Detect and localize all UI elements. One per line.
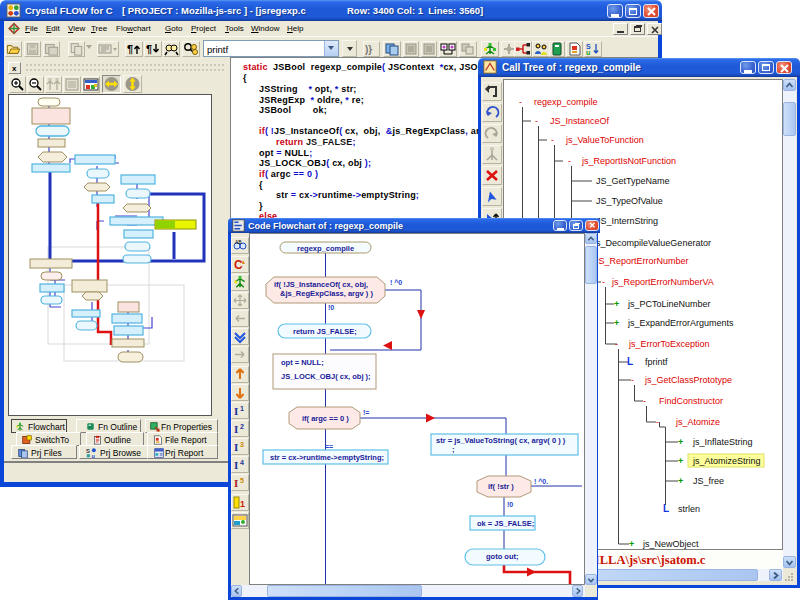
svg-text:regexp_compile: regexp_compile	[297, 244, 354, 253]
svg-text:5: 5	[240, 477, 244, 484]
svg-text:js_InflateString: js_InflateString	[692, 437, 753, 447]
svg-text:return JS_FALSE;: return JS_FALSE;	[293, 327, 357, 336]
svg-text:ok = JS_FALSE;: ok = JS_FALSE;	[477, 519, 534, 528]
svg-text:L: L	[663, 503, 669, 514]
svg-text:;: ;	[452, 445, 455, 454]
svg-text:JS_ReportErrorNumber: JS_ReportErrorNumber	[594, 256, 689, 266]
svg-text:I: I	[234, 459, 238, 471]
svg-text:-: -	[643, 396, 646, 406]
svg-text:!0: !0	[507, 501, 513, 508]
svg-text:!0: !0	[328, 304, 334, 311]
svg-text:I: I	[234, 441, 238, 453]
svg-text:I: I	[234, 423, 238, 435]
svg-text:I: I	[234, 477, 238, 489]
svg-text:-: -	[535, 116, 538, 126]
svg-text:str = js_ValueToString( cx, ar: str = js_ValueToString( cx, argv( 0 ) )	[436, 436, 566, 445]
svg-text:js_AtomizeString: js_AtomizeString	[692, 456, 761, 466]
svg-text:+: +	[629, 539, 634, 549]
svg-text:strlen: strlen	[678, 504, 700, 514]
svg-text:js_NewObject: js_NewObject	[642, 539, 699, 549]
svg-text:!=: !=	[363, 409, 369, 416]
svg-text:-: -	[602, 277, 605, 287]
svg-text:js_ExpandErrorArguments: js_ExpandErrorArguments	[627, 318, 734, 328]
svg-text:3: 3	[240, 441, 244, 448]
svg-text:regexp_compile: regexp_compile	[534, 97, 598, 107]
svg-text:! ^0.: ! ^0.	[534, 478, 548, 485]
svg-text:js_ReportIsNotFunction: js_ReportIsNotFunction	[581, 156, 676, 166]
svg-text:u: u	[92, 453, 95, 459]
svg-text:¶: ¶	[146, 43, 152, 55]
svg-text:js_PCToLineNumber: js_PCToLineNumber	[627, 299, 711, 309]
svg-text:AB: AB	[235, 239, 242, 245]
svg-text:js_ValueToFunction: js_ValueToFunction	[565, 135, 644, 145]
svg-text:JS_InstanceOf: JS_InstanceOf	[550, 116, 610, 126]
svg-text:js_GetClassPrototype: js_GetClassPrototype	[644, 375, 732, 385]
svg-text:+: +	[614, 299, 619, 309]
svg-text:goto out;: goto out;	[486, 552, 518, 561]
svg-text:JS_free: JS_free	[693, 476, 724, 486]
svg-text:JS_GetTypeName: JS_GetTypeName	[596, 176, 670, 186]
svg-text:-: -	[568, 156, 571, 166]
svg-text:L: L	[627, 356, 633, 367]
svg-text:-: -	[656, 417, 659, 427]
svg-text:C: C	[234, 258, 243, 272]
svg-text:-: -	[551, 135, 554, 145]
svg-text:+: +	[678, 456, 683, 466]
svg-text:js_DecompileValueGenerator: js_DecompileValueGenerator	[593, 238, 711, 248]
svg-text:fprintf: fprintf	[645, 357, 668, 367]
svg-text:FindConstructor: FindConstructor	[659, 396, 723, 406]
svg-text:4: 4	[240, 459, 244, 466]
svg-text:JS_LOCK_OBJ( cx, obj );: JS_LOCK_OBJ( cx, obj );	[281, 372, 371, 381]
svg-text:1: 1	[240, 499, 245, 509]
svg-text:if( argc == 0 ): if( argc == 0 )	[302, 414, 349, 423]
svg-text:js_Atomize: js_Atomize	[675, 417, 720, 427]
svg-text:opt = NULL;: opt = NULL;	[281, 358, 324, 367]
svg-text:if( !str ): if( !str )	[488, 482, 514, 491]
svg-text:js_ErrorToException: js_ErrorToException	[628, 339, 710, 349]
svg-text:JS_InternString: JS_InternString	[596, 216, 658, 226]
svg-text:+: +	[678, 437, 683, 447]
svg-text:¶: ¶	[127, 43, 133, 55]
svg-text:+: +	[678, 476, 683, 486]
svg-text:I: I	[234, 405, 238, 417]
svg-text:! ^0: ! ^0	[390, 279, 402, 286]
svg-text:js_ReportErrorNumberVA: js_ReportErrorNumberVA	[611, 277, 714, 287]
svg-text:if( !JS_InstanceOf( cx, obj,: if( !JS_InstanceOf( cx, obj,	[274, 280, 368, 289]
svg-text:u: u	[586, 49, 590, 56]
svg-text:-: -	[519, 97, 522, 107]
svg-text:-: -	[631, 375, 634, 385]
svg-text:)}: )}	[365, 44, 372, 55]
svg-text:+: +	[614, 318, 619, 328]
svg-text:==: ==	[325, 443, 333, 450]
svg-text:2: 2	[240, 423, 244, 430]
svg-text:1: 1	[240, 405, 244, 412]
svg-text:JS_TypeOfValue: JS_TypeOfValue	[596, 196, 663, 206]
svg-text:-: -	[615, 339, 618, 349]
svg-text:S: S	[86, 448, 90, 454]
svg-text:&js_RegExpClass, argv ) ): &js_RegExpClass, argv ) )	[280, 289, 373, 298]
svg-text:str = cx->runtime->emptyString: str = cx->runtime->emptyString;	[270, 453, 384, 462]
